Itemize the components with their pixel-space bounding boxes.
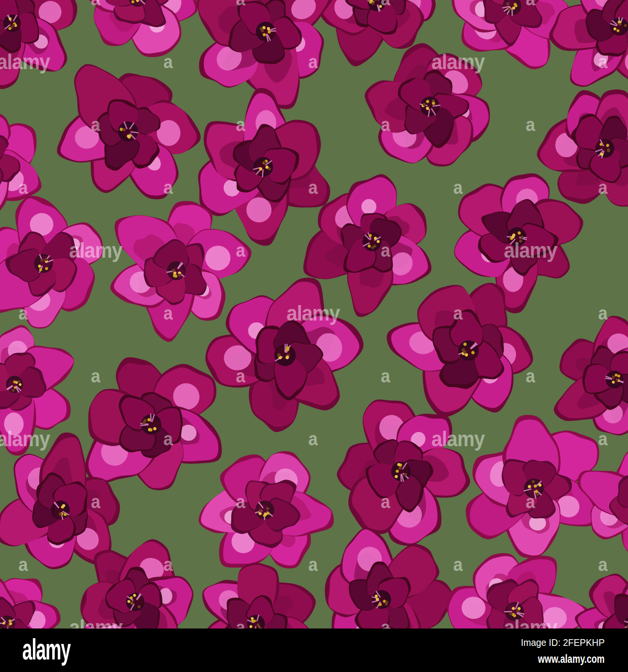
image-meta: Image ID: 2FEPKHP www.alamy.com xyxy=(512,637,605,666)
alamy-logo: alamy xyxy=(22,634,70,664)
stock-image-preview: aaaaalamyaaalamyaaaaaaaaaaalamyaaalamyaa… xyxy=(0,0,628,672)
website-text: www.alamy.com xyxy=(535,652,605,666)
image-id-text: Image ID: 2FEPKHP xyxy=(521,637,605,648)
floral-pattern-artwork xyxy=(0,0,628,628)
footer-bar: alamy Image ID: 2FEPKHP www.alamy.com xyxy=(0,628,628,672)
